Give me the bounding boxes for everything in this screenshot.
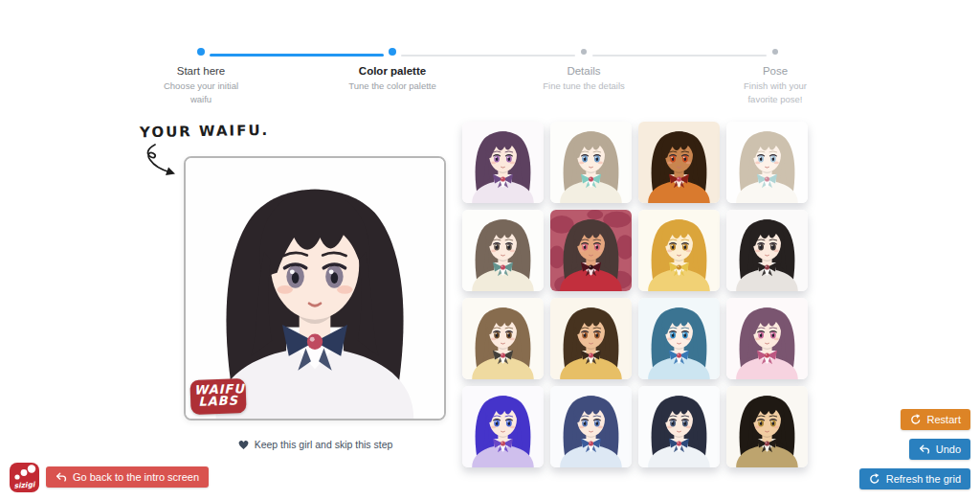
step-title: Start here [105,65,297,77]
restart-button-label: Restart [927,414,961,425]
palette-grid [462,122,808,467]
curly-arrow-icon [144,143,184,179]
step-dot [581,49,587,55]
sizigi-logo-icon: sizigi [10,463,39,492]
step-start-here: Start here Choose your initial waifu [105,50,297,106]
palette-thumbnail-pale[interactable] [726,122,808,203]
step-color-palette: Color palette Tune the color palette [297,50,488,106]
palette-thumbnail-hazel[interactable] [462,298,544,379]
palette-thumbnail-ultramarine[interactable] [462,386,544,467]
step-dot [197,48,205,56]
step-dot [389,48,396,56]
restart-button[interactable]: Restart [901,409,970,430]
step-title: Details [488,65,679,77]
palette-thumbnail-black[interactable] [726,210,808,291]
palette-thumbnail-umber[interactable] [550,298,632,379]
undo-button[interactable]: Undo [909,439,970,460]
badge-line2: LABS [194,396,242,409]
palette-thumbnail-crimson[interactable] [550,210,632,291]
palette-thumbnail-purple[interactable] [462,122,544,203]
palette-thumbnail-taupe[interactable] [462,210,544,291]
waifu-labs-badge: WAIFU LABS [189,378,246,415]
step-subtitle: Finish with your favorite pose! [731,80,819,106]
sizigi-logo-text: sizigi [13,480,36,490]
your-waifu-label: YOUR WAIFU. [140,122,270,141]
step-dot [772,49,778,55]
palette-thumbnail-navy[interactable] [550,386,632,467]
step-subtitle: Choose your initial waifu [153,80,249,106]
refresh-icon [869,473,880,485]
refresh-button-label: Refresh the grid [886,473,961,485]
refresh-grid-button[interactable]: Refresh the grid [859,468,970,489]
step-details: Details Fine tune the details [488,50,679,106]
waifu-preview-card: WAIFU LABS [184,156,446,420]
heart-icon [237,439,250,450]
back-arrow-icon [56,471,67,483]
sizigi-logo[interactable]: sizigi [10,463,39,492]
step-subtitle: Tune the color palette [345,80,440,93]
step-title: Color palette [297,65,488,77]
undo-icon [919,443,930,455]
step-title: Pose [679,65,871,77]
palette-thumbnail-teal[interactable] [638,298,720,379]
palette-thumbnail-ember[interactable] [638,122,720,203]
step-pose: Pose Finish with your favorite pose! [679,50,871,106]
keep-girl-skip-step-button[interactable]: Keep this girl and skip this step [184,439,446,450]
palette-thumbnail-beige[interactable] [550,122,632,203]
palette-thumbnail-gold[interactable] [638,210,720,291]
progress-stepper: Start here Choose your initial waifu Col… [105,50,871,117]
back-to-intro-button[interactable]: Go back to the intro screen [46,466,209,488]
back-button-label: Go back to the intro screen [73,471,199,483]
step-subtitle: Fine tune the details [536,80,632,93]
restart-icon [910,414,922,425]
palette-thumbnail-ink[interactable] [638,386,720,467]
palette-thumbnail-onyx[interactable] [726,386,808,467]
undo-button-label: Undo [936,443,961,455]
palette-thumbnail-mauve[interactable] [726,298,808,379]
keep-girl-label: Keep this girl and skip this step [255,439,393,450]
